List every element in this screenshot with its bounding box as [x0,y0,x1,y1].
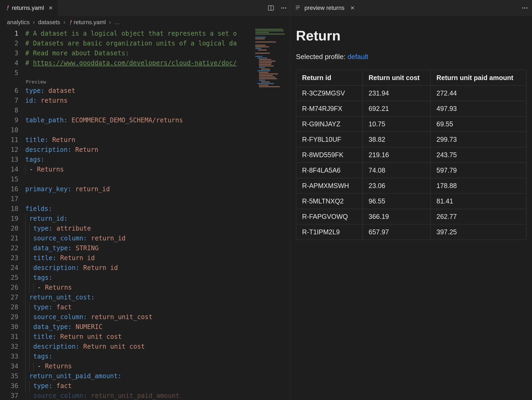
selected-profile-row: Selected profile: default [296,53,532,61]
code-text: source_column [33,313,83,321]
code-text: description [33,343,76,350]
editor-tab-returns[interactable]: ! returns.yaml ✕ [0,0,58,16]
breadcrumb-seg[interactable]: returns.yaml [74,19,106,26]
more-actions-icon[interactable] [280,5,287,11]
editor-pane: ! returns.yaml ✕ analytics › datasets › … [0,0,290,400]
line-number: 13 [0,155,18,165]
code-text: return_unit_cost [29,294,91,301]
line-number: 18 [0,204,18,214]
table-cell: 366.19 [363,209,431,224]
preview-tab-label[interactable]: preview returns [304,5,344,11]
editor-tab-label: returns.yaml [12,5,44,11]
line-number: 34 [0,361,18,371]
table-row: R-8F4LA5A674.08597.79 [296,163,526,178]
editor-tab-bar: ! returns.yaml ✕ [0,0,290,16]
code-text: ECOMMERCE_DEMO_SCHEMA/returns [71,116,183,124]
table-header-cell: Return unit cost [363,70,431,86]
code-text: Returns [37,166,64,173]
selected-profile-link[interactable]: default [348,53,368,61]
code-text: fields [25,205,48,212]
table-row: R-3CZ9MGSV231.94272.44 [296,86,526,101]
line-number: 2 [0,39,18,48]
close-icon[interactable]: ✕ [350,5,355,11]
code-text: NUMERIC [76,323,102,331]
codelens-preview[interactable]: Preview [25,78,290,86]
line-number: 14 [0,165,18,174]
preview-body: Return Selected profile: default Return … [290,16,532,400]
code-text: id [25,97,33,104]
line-number: 31 [0,332,18,342]
code-text: # Datasets are basic organization units … [25,40,237,47]
code-text: title [33,333,52,340]
line-number: 23 [0,253,18,263]
code-text: Return [75,146,98,153]
breadcrumb[interactable]: analytics › datasets › ! returns.yaml › … [0,16,290,29]
table-cell: 243.75 [431,147,526,163]
table-cell: 74.08 [363,163,431,178]
code-text: data_type [33,244,68,252]
more-actions-icon[interactable] [521,5,528,11]
split-editor-icon[interactable] [267,5,274,11]
line-number: 27 [0,293,18,302]
line-number: 4 [0,58,18,68]
line-number: 33 [0,352,18,361]
chevron-right-icon: › [62,19,67,26]
close-icon[interactable]: ✕ [48,5,53,11]
code-editor[interactable]: 1 2 3 4 5 6 7 8 9 10 11 12 13 14 15 16 1… [0,29,290,400]
table-cell: 692.21 [363,101,431,116]
breadcrumb-overflow[interactable]: … [114,19,120,26]
line-number: 37 [0,391,18,400]
table-cell: 178.88 [431,178,526,194]
table-cell: R-FY8L10UF [296,132,363,147]
code-text: returns [41,97,68,104]
breadcrumb-seg[interactable]: datasets [38,19,60,26]
chevron-right-icon: › [31,19,36,26]
code-text: # A dataset is a logical object that rep… [25,30,237,37]
line-number: 32 [0,342,18,352]
svg-point-8 [522,7,523,9]
preview-icon [295,5,301,11]
minimap[interactable] [255,29,290,130]
table-row: R-APMXMSWH23.06178.88 [296,178,526,194]
breadcrumb-seg[interactable]: analytics [7,19,30,26]
table-row: R-8WD559FK219.16243.75 [296,147,526,163]
code-text: table_path [25,116,64,124]
table-cell: R-8F4LA5A6 [296,163,363,178]
table-cell: R-T1IPM2L9 [296,224,363,240]
code-text: primary_key [25,185,68,193]
code-text: # [25,59,33,67]
preview-pane: preview returns ✕ Return Selected profil… [290,0,532,400]
line-number: 21 [0,234,18,243]
code-text: dataset [48,87,75,94]
code-text: return_id [91,235,126,242]
line-number: 10 [0,125,18,135]
table-cell: 81.41 [431,194,526,209]
code-text: data_type [33,323,68,331]
line-number: 36 [0,381,18,391]
code-text: return_id [29,215,64,222]
table-row: R-G9INJAYZ10.7569.55 [296,116,526,132]
code-link[interactable]: https://www.gooddata.com/developers/clou… [33,59,237,67]
line-number: 5 [0,68,18,78]
code-content[interactable]: # A dataset is a logical object that rep… [25,29,290,400]
svg-point-10 [526,7,527,9]
line-number: 19 [0,214,18,224]
table-cell: R-3CZ9MGSV [296,86,363,101]
yaml-file-icon: ! [5,4,9,12]
code-text: fact [56,303,72,311]
code-text: attribute [56,225,91,232]
line-number: 28 [0,302,18,312]
table-header-row: Return id Return unit cost Return unit p… [296,70,526,86]
table-row: R-T1IPM2L9657.97397.25 [296,224,526,240]
line-number: 25 [0,273,18,283]
svg-point-4 [285,7,286,9]
line-number: 24 [0,263,18,273]
line-number: 12 [0,145,18,155]
table-cell: 219.16 [363,147,431,163]
code-text: # Read more about Datasets: [25,49,129,57]
preview-heading: Return [296,28,532,44]
table-cell: R-FAPGVOWQ [296,209,363,224]
code-text: Return [52,136,75,144]
table-cell: 23.06 [363,178,431,194]
table-cell: 299.73 [431,132,526,147]
